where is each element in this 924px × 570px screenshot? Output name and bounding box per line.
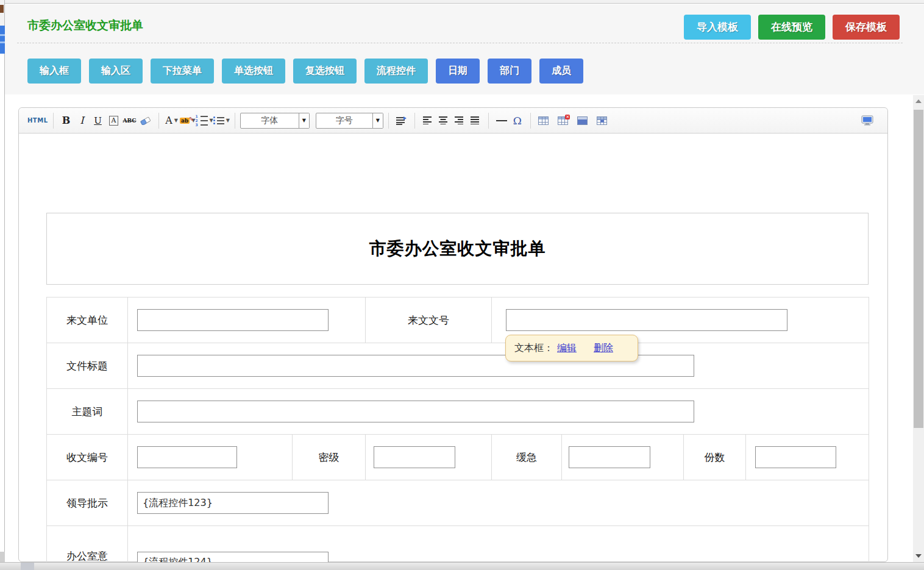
insert-textarea-button[interactable]: 输入区	[89, 59, 143, 84]
remove-format-button[interactable]	[138, 112, 154, 129]
scroll-down-button[interactable]	[913, 550, 924, 562]
secrecy-level-input[interactable]	[374, 446, 455, 468]
insert-table-button[interactable]	[536, 112, 552, 129]
font-color-icon: A	[165, 115, 172, 126]
cell-subject-words	[128, 389, 869, 435]
highlight-icon: ab✎	[180, 118, 190, 124]
pencil-icon: ✎	[189, 116, 194, 123]
font-family-select[interactable]: 字体 ▼	[240, 113, 310, 129]
omega-icon: Ω	[513, 115, 522, 127]
scroll-up-button[interactable]	[913, 95, 924, 107]
vertical-scrollbar[interactable]	[913, 95, 924, 562]
text-style-button[interactable]: A	[106, 112, 122, 129]
arrow-up-icon	[915, 99, 922, 103]
cell-properties-button[interactable]	[594, 112, 610, 129]
chevron-down-icon[interactable]: ▼	[299, 113, 309, 128]
align-left-button[interactable]	[420, 112, 436, 129]
sliver-stripe	[0, 41, 5, 43]
online-preview-button[interactable]: 在线预览	[758, 15, 825, 40]
arrow-down-icon	[915, 554, 922, 558]
underline-icon: U	[94, 115, 102, 126]
doc-number-input[interactable]	[506, 309, 787, 331]
table-properties-button[interactable]	[575, 112, 591, 129]
toolbar-separator	[530, 113, 531, 129]
align-justify-button[interactable]	[467, 112, 483, 129]
horizontal-rule-button[interactable]	[494, 112, 510, 129]
office-opinion-flow-input[interactable]	[137, 552, 329, 563]
copies-input[interactable]	[755, 446, 836, 468]
cell-properties-icon	[597, 116, 607, 125]
ordered-list-button[interactable]: 1 2 3 ▼	[196, 112, 213, 129]
insert-date-button[interactable]: 日期	[436, 59, 480, 84]
table-row: 领导批示	[47, 480, 869, 526]
tooltip-delete-link[interactable]: 删除	[594, 342, 613, 355]
label-doc-title: 文件标题	[47, 343, 128, 389]
italic-button[interactable]: I	[74, 112, 90, 129]
horizontal-rule-icon	[496, 120, 507, 121]
chevron-down-icon[interactable]: ▼	[372, 113, 383, 128]
label-copies: 份数	[684, 435, 746, 480]
indent-button[interactable]	[394, 112, 410, 129]
import-template-button[interactable]: 导入模板	[684, 15, 751, 40]
page-title: 市委办公室收文审批单	[27, 18, 143, 34]
toolbar-separator	[414, 113, 415, 129]
font-size-select[interactable]: 字号 ▼	[316, 113, 383, 129]
template-editor-header: 市委办公室收文审批单 导入模板 在线预览 保存模板 输入框 输入区 下拉菜单 单…	[5, 4, 924, 94]
delete-table-icon: ✕	[558, 116, 568, 125]
ordered-list-icon: 1 2 3	[196, 115, 208, 126]
editor-toolbar: HTML B I U A ABC A▼ ab✎▼ 1 2 3 ▼ ▼	[19, 108, 887, 134]
source-code-button[interactable]: HTML	[27, 112, 48, 129]
delete-table-button[interactable]: ✕	[555, 112, 571, 129]
insert-table-icon	[538, 116, 549, 125]
subject-words-input[interactable]	[137, 401, 694, 422]
bullet-list-icon	[213, 116, 224, 124]
special-char-button[interactable]: Ω	[510, 112, 525, 129]
monitor-icon	[861, 115, 873, 126]
editor-content-area[interactable]: 市委办公室收文审批单 来文单位 来文文号 文件标题 主题词 收文	[19, 134, 887, 562]
italic-icon: I	[80, 115, 84, 126]
highlight-color-button[interactable]: ab✎▼	[180, 112, 196, 129]
form-title-box: 市委办公室收文审批单	[46, 213, 869, 285]
insert-member-button[interactable]: 成员	[539, 59, 583, 84]
insert-textbox-button[interactable]: 输入框	[27, 59, 81, 84]
strikethrough-button[interactable]: ABC	[122, 112, 138, 129]
insert-department-button[interactable]: 部门	[488, 59, 531, 84]
urgency-input[interactable]	[569, 446, 650, 468]
font-family-value: 字体	[241, 113, 299, 128]
font-color-button[interactable]: A▼	[164, 112, 180, 129]
align-right-button[interactable]	[452, 112, 467, 129]
receipt-number-input[interactable]	[137, 446, 237, 468]
cell-source-unit	[128, 297, 366, 343]
insert-dropdown-button[interactable]: 下拉菜单	[151, 59, 214, 84]
label-secrecy-level: 密级	[293, 435, 366, 480]
horizontal-scrollbar[interactable]	[0, 562, 924, 570]
align-right-icon	[455, 116, 464, 124]
cell-urgency	[562, 435, 684, 480]
tooltip-prefix: 文本框：	[514, 342, 553, 355]
bullet-list-button[interactable]: ▼	[213, 112, 230, 129]
strikethrough-icon: ABC	[123, 118, 137, 124]
save-template-button[interactable]: 保存模板	[833, 15, 900, 40]
bold-button[interactable]: B	[59, 112, 74, 129]
sliver-blue-fragment	[0, 26, 5, 54]
insert-flow-control-button[interactable]: 流程控件	[364, 59, 428, 84]
tooltip-edit-link[interactable]: 编辑	[557, 342, 577, 355]
table-row: 主题词	[47, 389, 869, 435]
scrollbar-thumb[interactable]	[914, 110, 923, 428]
html-source-icon: HTML	[27, 117, 48, 124]
bold-icon: B	[62, 115, 71, 126]
align-center-button[interactable]	[436, 112, 452, 129]
cell-doc-title	[128, 343, 869, 389]
maximize-button[interactable]	[859, 112, 875, 129]
label-office-opinion: 办公室意见	[47, 526, 128, 563]
font-size-value: 字号	[316, 113, 372, 128]
widget-buttons-row: 输入框 输入区 下拉菜单 单选按钮 复选按钮 流程控件 日期 部门 成员	[27, 59, 583, 84]
source-unit-input[interactable]	[137, 309, 329, 331]
form-title: 市委办公室收文审批单	[369, 237, 546, 260]
label-subject-words: 主题词	[47, 389, 128, 435]
leader-comments-flow-input[interactable]	[137, 492, 329, 514]
insert-radio-button[interactable]: 单选按钮	[222, 59, 285, 84]
insert-checkbox-button[interactable]: 复选按钮	[293, 59, 357, 84]
horizontal-scrollbar-notch	[21, 563, 34, 570]
underline-button[interactable]: U	[90, 112, 106, 129]
